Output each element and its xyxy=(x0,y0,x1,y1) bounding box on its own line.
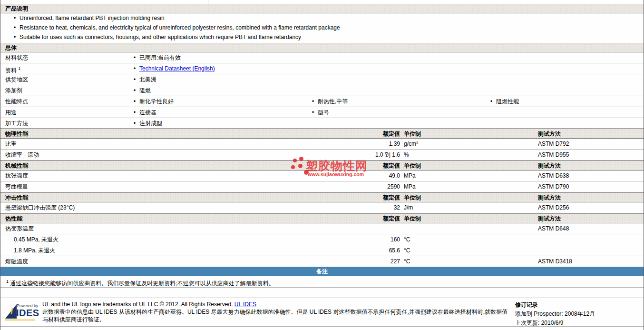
footnote-marker: 1 xyxy=(18,66,20,71)
row-label: 性能特点 xyxy=(0,96,134,107)
property-unit: °C xyxy=(400,234,538,245)
property-method: ASTM D3418 xyxy=(538,256,644,267)
table-row: 弯曲模量 2590 MPa ASTM D790 xyxy=(0,181,644,192)
disclaimer-text: 此数据表中的信息由 UL IDES 从该材料的生产商处获得。UL IDES 尽最… xyxy=(42,309,507,323)
table-row: 材料状态 已商用:当前有效 xyxy=(0,52,644,63)
row-value: 连接器 xyxy=(134,107,312,118)
bullet-icon xyxy=(134,85,139,96)
property-name: 收缩率 - 流动 xyxy=(0,150,267,160)
column-header-value: 额定值 xyxy=(267,129,400,138)
footer-disclaimer: UL and the UL logo are trademarks of UL … xyxy=(42,300,509,326)
section-header-physical: 物理性能 额定值 单位制 测试方法 xyxy=(0,129,644,139)
description-bullet: Resistance to heat, chemicals, and elect… xyxy=(20,24,340,31)
property-value: 160 xyxy=(267,234,400,245)
property-name: 弯曲模量 xyxy=(0,181,267,192)
column-header-method: 测试方法 xyxy=(538,161,644,170)
bullet-icon xyxy=(490,96,496,107)
bullet-icon xyxy=(312,107,318,118)
row-value: 阻燃性能 xyxy=(490,96,644,107)
row-label: 供货地区 xyxy=(0,74,134,85)
bullet-icon xyxy=(14,23,20,32)
ides-logo: i Powered by IDES xyxy=(5,300,37,321)
row-value: 型号 xyxy=(312,107,490,118)
revision-title: 修订记录 xyxy=(515,300,639,310)
footnote-marker: 1 xyxy=(6,279,9,284)
table-row: 悬壁梁缺口冲击强度 (23°C) 32 J/m ASTM D256 xyxy=(0,202,644,213)
footnote: 1 通过这些链接您能够访问供应商资料。我们尽量保证及时更新资料;不过您可以从供应… xyxy=(0,276,644,288)
property-method: ASTM D648 xyxy=(538,223,644,234)
column-header-value: 额定值 xyxy=(267,214,400,223)
table-row: 添加剂 阻燃 xyxy=(0,85,644,96)
row-label: 添加剂 xyxy=(0,85,134,96)
table-row: 收缩率 - 流动 1.0 到 1.6 % ASTM D955 xyxy=(0,150,644,160)
table-row: 热变形温度 ASTM D648 xyxy=(0,223,644,234)
property-value xyxy=(267,223,400,234)
list-item: Suitable for uses such as connectors, ho… xyxy=(0,32,644,43)
property-method: ASTM D792 xyxy=(538,139,644,149)
spacer-row xyxy=(0,288,644,298)
property-method: ASTM D955 xyxy=(538,150,644,160)
property-unit: °C xyxy=(400,256,538,267)
row-value: 北美洲 xyxy=(134,74,312,85)
property-unit: g/cm³ xyxy=(400,139,538,149)
column-header-value: 额定值 xyxy=(267,161,400,170)
property-value: 1.0 到 1.6 xyxy=(267,150,400,160)
ides-underline xyxy=(5,320,35,320)
row-value: 注射成型 xyxy=(134,118,312,128)
property-name: 悬壁梁缺口冲击强度 (23°C) xyxy=(0,202,267,213)
bullet-icon xyxy=(312,96,318,107)
footnote-text: 通过这些链接您能够访问供应商资料。我们尽量保证及时更新资料;不过您可以从供应商处… xyxy=(10,280,274,287)
table-row: 用途 连接器 型号 xyxy=(0,107,644,118)
property-name: 0.45 MPa, 未退火 xyxy=(0,234,267,245)
property-value: 49.0 xyxy=(267,170,400,181)
table-row: 供货地区 北美洲 xyxy=(0,74,644,85)
property-name: 熔融温度 xyxy=(0,256,267,267)
column-header-unit: 单位制 xyxy=(400,129,538,138)
revision-updated: 上次更新: 2010/6/9 xyxy=(515,319,639,328)
list-item: Unreinforced, flame retardant PBT inject… xyxy=(0,13,644,23)
ides-i-icon: i xyxy=(10,307,13,316)
section-header-product-description: 产品说明 xyxy=(0,4,644,13)
revision-added: 添加到 Prospector: 2008年12月 xyxy=(515,310,639,319)
bullet-icon xyxy=(14,32,20,42)
column-header-value: 额定值 xyxy=(267,193,400,202)
bullet-icon xyxy=(134,63,139,74)
property-name: 抗张强度 xyxy=(0,170,267,181)
revision-record: 修订记录 添加到 Prospector: 2008年12月 上次更新: 2010… xyxy=(515,300,639,326)
property-method xyxy=(538,245,644,256)
ides-logo-text: IDES xyxy=(16,308,39,319)
property-name: 1.8 MPa, 未退火 xyxy=(0,245,267,256)
property-name: 比重 xyxy=(0,139,267,149)
column-header-method: 测试方法 xyxy=(538,214,644,223)
property-value: 2590 xyxy=(267,181,400,192)
trademark-text: UL and the UL logo are trademarks of UL … xyxy=(42,301,234,308)
property-unit: MPa xyxy=(400,170,538,181)
column-header-unit: 单位制 xyxy=(400,193,538,202)
datasheet-page: 产品说明 Unreinforced, flame retardant PBT i… xyxy=(0,0,644,330)
table-row: 0.45 MPa, 未退火 160 °C xyxy=(0,234,644,245)
property-method: ASTM D638 xyxy=(538,170,644,181)
ul-ides-link[interactable]: UL IDES xyxy=(234,301,256,308)
row-label: 加工方法 xyxy=(0,118,134,128)
top-strip xyxy=(0,0,644,4)
row-value: 耐化学性良好 xyxy=(134,96,312,107)
bullet-icon xyxy=(134,107,139,118)
row-label: 材料状态 xyxy=(0,52,134,63)
property-unit: % xyxy=(400,150,538,160)
table-row: 性能特点 耐化学性良好 耐热性,中等 阻燃性能 xyxy=(0,96,644,107)
row-value: 耐热性,中等 xyxy=(312,96,490,107)
table-row: 抗张强度 49.0 MPa ASTM D638 xyxy=(0,170,644,181)
property-unit: °C xyxy=(400,245,538,256)
section-header-mechanical: 机械性能 额定值 单位制 测试方法 xyxy=(0,160,644,170)
row-value: 已商用:当前有效 xyxy=(134,52,312,63)
bullet-icon xyxy=(14,13,20,23)
property-unit: J/m xyxy=(400,202,538,213)
technical-datasheet-link[interactable]: Technical Datasheet (English) xyxy=(139,65,215,72)
footer: i Powered by IDES UL and the UL logo are… xyxy=(0,298,644,327)
property-name: 热变形温度 xyxy=(0,223,267,234)
row-value: Technical Datasheet (English) xyxy=(134,63,312,74)
column-header-unit: 单位制 xyxy=(400,214,538,223)
column-header-unit: 单位制 xyxy=(400,161,538,170)
cell-divider xyxy=(208,0,208,4)
bullet-icon xyxy=(134,52,139,63)
